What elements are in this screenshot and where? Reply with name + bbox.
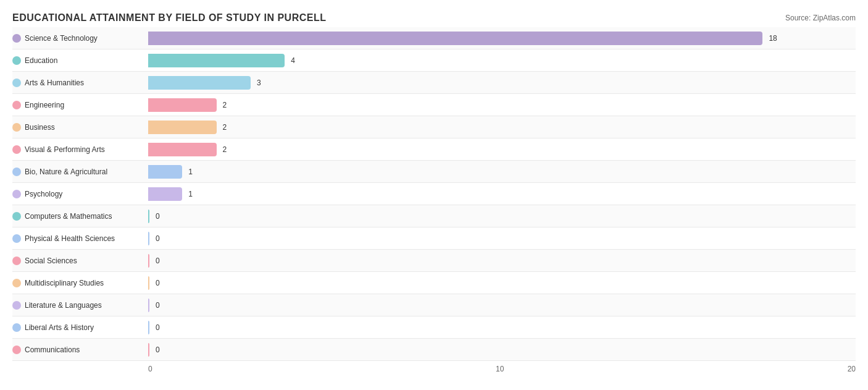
bar-value: 1 <box>188 167 193 176</box>
chart-area: Science & Technology18Education4Arts & H… <box>12 27 856 361</box>
x-tick-label: 10 <box>496 365 504 373</box>
bar-fill: 0 <box>148 343 149 357</box>
bar-row: Business2 <box>12 116 856 138</box>
bar-label: Education <box>12 56 148 65</box>
bar-fill: 0 <box>148 321 149 334</box>
bar-fill: 1 <box>148 187 182 201</box>
bar-container: 0 <box>148 210 856 223</box>
bar-value: 3 <box>257 78 261 87</box>
bar-container: 2 <box>148 143 856 156</box>
bar-fill: 0 <box>148 232 149 245</box>
bar-row: Bio, Nature & Agricultural1 <box>12 161 856 183</box>
bar-row: Communications0 <box>12 339 856 361</box>
bar-label: Computers & Mathematics <box>12 212 148 221</box>
x-axis: 01020 <box>12 365 856 373</box>
color-indicator <box>12 34 21 43</box>
bar-fill: 1 <box>148 165 182 179</box>
bar-fill: 2 <box>148 98 217 112</box>
bar-label: Science & Technology <box>12 34 148 43</box>
x-tick-label: 0 <box>148 365 152 373</box>
bar-fill: 4 <box>148 54 285 67</box>
bar-container: 0 <box>148 321 856 334</box>
bar-value: 0 <box>156 301 160 310</box>
bar-value: 18 <box>769 34 777 43</box>
bar-value: 0 <box>156 256 160 265</box>
color-indicator <box>12 345 21 354</box>
bar-row: Computers & Mathematics0 <box>12 205 856 227</box>
bar-row: Liberal Arts & History0 <box>12 316 856 339</box>
bar-container: 4 <box>148 54 856 67</box>
bar-value: 0 <box>156 345 160 354</box>
bar-container: 0 <box>148 299 856 312</box>
color-indicator <box>12 145 21 154</box>
bar-fill: 0 <box>148 210 149 223</box>
bar-label: Arts & Humanities <box>12 78 148 87</box>
bar-row: Science & Technology18 <box>12 27 856 49</box>
bar-value: 0 <box>156 212 160 221</box>
bar-row: Education4 <box>12 49 856 72</box>
bar-fill: 3 <box>148 76 251 90</box>
bar-fill: 2 <box>148 143 217 156</box>
bar-row: Physical & Health Sciences0 <box>12 227 856 250</box>
bar-label: Literature & Languages <box>12 301 148 310</box>
bar-fill: 2 <box>148 121 217 134</box>
bar-label: Liberal Arts & History <box>12 323 148 332</box>
bar-container: 1 <box>148 187 856 201</box>
bar-container: 0 <box>148 232 856 245</box>
bar-container: 1 <box>148 165 856 179</box>
bar-value: 2 <box>223 145 227 154</box>
bar-label: Multidisciplinary Studies <box>12 279 148 287</box>
bar-row: Multidisciplinary Studies0 <box>12 272 856 294</box>
bar-label: Engineering <box>12 101 148 109</box>
bar-row: Social Sciences0 <box>12 250 856 272</box>
bar-label: Social Sciences <box>12 256 148 265</box>
bar-value: 0 <box>156 279 160 287</box>
bar-container: 3 <box>148 76 856 90</box>
color-indicator <box>12 212 21 221</box>
bar-label: Physical & Health Sciences <box>12 234 148 243</box>
bar-container: 0 <box>148 343 856 357</box>
bar-value: 1 <box>188 190 193 198</box>
bar-label: Psychology <box>12 190 148 198</box>
color-indicator <box>12 301 21 310</box>
bar-row: Psychology1 <box>12 183 856 205</box>
bar-row: Engineering2 <box>12 94 856 116</box>
color-indicator <box>12 234 21 243</box>
color-indicator <box>12 323 21 332</box>
bar-container: 0 <box>148 254 856 268</box>
color-indicator <box>12 123 21 132</box>
color-indicator <box>12 101 21 109</box>
bar-label: Visual & Performing Arts <box>12 145 148 154</box>
bar-fill: 0 <box>148 299 149 312</box>
bar-fill: 0 <box>148 276 149 290</box>
bar-container: 2 <box>148 121 856 134</box>
bar-row: Arts & Humanities3 <box>12 72 856 94</box>
bar-value: 4 <box>291 56 295 65</box>
bar-row: Literature & Languages0 <box>12 294 856 316</box>
bar-row: Visual & Performing Arts2 <box>12 138 856 161</box>
color-indicator <box>12 78 21 87</box>
bar-container: 18 <box>148 32 856 45</box>
bar-label: Bio, Nature & Agricultural <box>12 167 148 176</box>
color-indicator <box>12 279 21 287</box>
color-indicator <box>12 167 21 176</box>
bar-label: Communications <box>12 345 148 354</box>
color-indicator <box>12 56 21 65</box>
bar-container: 2 <box>148 98 856 112</box>
bar-value: 0 <box>156 234 160 243</box>
bar-fill: 18 <box>148 32 762 45</box>
x-tick-label: 20 <box>848 365 856 373</box>
bar-value: 2 <box>223 123 227 132</box>
bar-fill: 0 <box>148 254 149 268</box>
bar-value: 0 <box>156 323 160 332</box>
bar-label: Business <box>12 123 148 132</box>
color-indicator <box>12 190 21 198</box>
bar-value: 2 <box>223 101 227 109</box>
bar-container: 0 <box>148 276 856 290</box>
color-indicator <box>12 256 21 265</box>
